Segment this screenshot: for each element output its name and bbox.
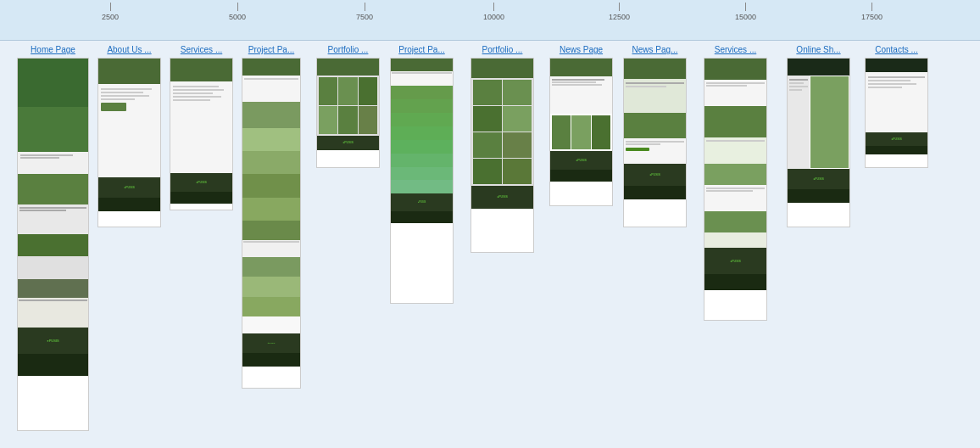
page-thumb-news-pa2[interactable]: ●PUSIS <box>623 58 687 227</box>
ruler-tick: 5000 <box>229 0 246 21</box>
ruler-tick-label: 15000 <box>735 13 756 21</box>
ruler-tick-line <box>493 3 494 11</box>
page-label-home-page[interactable]: Home Page <box>31 45 75 54</box>
ruler-tick-label: 5000 <box>229 13 246 21</box>
ruler-tick: 17500 <box>861 0 883 21</box>
page-label-portfolio1[interactable]: Portfolio ... <box>328 45 369 54</box>
ruler-tick-line <box>237 3 238 11</box>
ruler-tick-label: 7500 <box>356 13 373 21</box>
ruler-tick: 7500 <box>356 0 373 21</box>
ruler-tick: 12500 <box>609 0 630 21</box>
page-item-online-sh: Online Sh... ●PUSIS <box>787 45 850 227</box>
page-label-services[interactable]: Services ... <box>181 45 222 54</box>
page-label-online-sh[interactable]: Online Sh... <box>796 45 840 54</box>
page-thumb-news-page[interactable]: ●PUSIS <box>549 58 613 206</box>
ruler-tick-label: 2500 <box>102 13 119 21</box>
page-thumb-about-us[interactable]: ●PUSIS <box>97 58 161 227</box>
page-item-about-us: About Us ... ●PUSIS <box>97 45 161 227</box>
page-thumb-project-pa[interactable]: ●PUSIS <box>242 58 301 389</box>
ruler-tick-line <box>745 3 746 11</box>
page-thumb-services2[interactable]: ●PUSIS <box>704 58 767 321</box>
page-item-services: Services ... ●PUSIS <box>170 45 233 210</box>
ruler-tick-line <box>365 3 365 11</box>
page-label-services2[interactable]: Services ... <box>715 45 756 54</box>
page-thumb-portfolio1[interactable]: ●PUSIS <box>316 58 380 168</box>
page-label-project-pa2[interactable]: Project Pa... <box>398 45 444 54</box>
ruler-tick-label: 12500 <box>609 13 630 21</box>
ruler-tick-line <box>110 3 111 11</box>
page-item-news-pa2: News Pag... ●PUSIS <box>623 45 687 227</box>
page-item-home-page: Home Page ●PUSIS <box>17 45 89 431</box>
pages-area: Home Page ●PUSIS About Us ... <box>0 41 980 448</box>
page-item-portfolio1: Portfolio ... ●PUSIS <box>316 45 380 168</box>
page-thumb-services[interactable]: ●PUSIS <box>170 58 233 210</box>
ruler-tick: 10000 <box>483 0 504 21</box>
page-thumb-portfolio2[interactable]: ●PUSIS <box>471 58 534 253</box>
ruler-tick-line <box>871 3 872 11</box>
page-thumb-home-page[interactable]: ●PUSIS <box>17 58 89 431</box>
page-label-news-pa2[interactable]: News Pag... <box>632 45 678 54</box>
page-thumb-online-sh[interactable]: ●PUSIS <box>787 58 850 227</box>
page-item-contacts: Contacts ... ●PUSIS <box>865 45 928 168</box>
page-thumb-contacts[interactable]: ●PUSIS <box>865 58 928 168</box>
page-item-project-pa2: Project Pa... ●PUSIS <box>390 45 454 304</box>
ruler-tick: 2500 <box>102 0 119 21</box>
ruler-tick: 15000 <box>735 0 756 21</box>
ruler-marks: 2500 5000 7500 10000 12500 15000 17500 <box>0 0 980 41</box>
page-label-portfolio2[interactable]: Portfolio ... <box>482 45 523 54</box>
page-item-services2: Services ... ●PUSIS <box>704 45 767 321</box>
page-label-about-us[interactable]: About Us ... <box>107 45 151 54</box>
page-item-news-page: News Page ●PUSIS <box>549 45 613 206</box>
page-label-contacts[interactable]: Contacts ... <box>875 45 918 54</box>
ruler-tick-label: 17500 <box>861 13 883 21</box>
ruler: 2500 5000 7500 10000 12500 15000 17500 <box>0 0 980 41</box>
ruler-tick-line <box>619 3 620 11</box>
page-item-project-pa: Project Pa... ●PUSIS <box>242 45 301 389</box>
page-thumb-project-pa2[interactable]: ●PUSIS <box>390 58 454 304</box>
ruler-tick-label: 10000 <box>483 13 504 21</box>
page-label-news-page[interactable]: News Page <box>560 45 603 54</box>
page-item-portfolio2: Portfolio ... ●PUSIS <box>471 45 534 253</box>
page-label-project-pa[interactable]: Project Pa... <box>248 45 294 54</box>
